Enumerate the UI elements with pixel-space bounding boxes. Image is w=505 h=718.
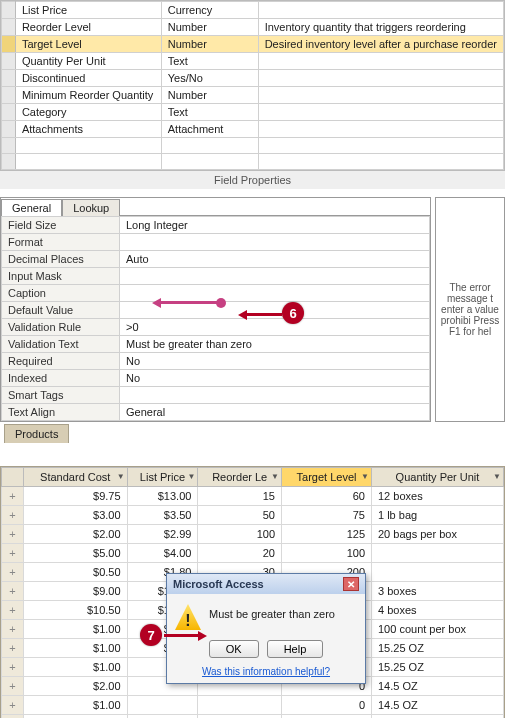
data-type-cell[interactable]: Number — [161, 36, 258, 53]
cell-list-price[interactable]: $3.50 — [127, 506, 198, 525]
data-type-cell[interactable]: Text — [161, 104, 258, 121]
cell-standard-cost[interactable]: $2.00 — [24, 525, 128, 544]
cell-qpu[interactable]: 100 count per box — [372, 620, 504, 639]
row-header[interactable]: + — [2, 487, 24, 506]
field-name-cell[interactable]: Reorder Level — [15, 19, 161, 36]
design-row[interactable]: Quantity Per UnitText — [2, 53, 504, 70]
close-icon[interactable]: ✕ — [343, 577, 359, 591]
cell-list-price[interactable]: $13.00 — [127, 487, 198, 506]
cell-standard-cost[interactable]: $1.00 — [24, 639, 128, 658]
table-row[interactable]: +$2.00$2.9910012520 bags per box — [2, 525, 504, 544]
table-row[interactable]: +$3.00$3.5050751 lb bag — [2, 506, 504, 525]
cell-target[interactable]: 100 — [282, 544, 372, 563]
cell-reorder[interactable] — [198, 715, 282, 719]
chevron-down-icon[interactable]: ▼ — [187, 472, 195, 481]
cell-standard-cost[interactable]: $3.00 — [24, 506, 128, 525]
row-selector[interactable] — [2, 53, 16, 70]
description-cell[interactable] — [258, 2, 503, 19]
cell-reorder[interactable] — [198, 696, 282, 715]
property-value[interactable]: No — [120, 370, 430, 387]
row-header[interactable]: + — [2, 677, 24, 696]
description-cell[interactable]: Inventory quantity that triggers reorder… — [258, 19, 503, 36]
cell-qpu[interactable]: 15.25 OZ — [372, 658, 504, 677]
field-name-cell[interactable]: Quantity Per Unit — [15, 53, 161, 70]
data-type-cell[interactable]: Number — [161, 87, 258, 104]
data-type-cell[interactable]: Number — [161, 19, 258, 36]
cell-qpu[interactable]: 1 lb bag — [372, 506, 504, 525]
design-row[interactable]: AttachmentsAttachment — [2, 121, 504, 138]
design-row[interactable]: Reorder LevelNumberInventory quantity th… — [2, 19, 504, 36]
design-row[interactable]: CategoryText — [2, 104, 504, 121]
description-cell[interactable] — [258, 121, 503, 138]
cell-target[interactable]: 125 — [282, 525, 372, 544]
table-row[interactable]: +$1.00014.5 OZ — [2, 696, 504, 715]
row-selector[interactable] — [2, 87, 16, 104]
row-selector[interactable] — [2, 2, 16, 19]
description-cell[interactable] — [258, 53, 503, 70]
help-button[interactable]: Help — [267, 640, 324, 658]
cell-target[interactable]: 75 — [282, 506, 372, 525]
datasheet-tab[interactable]: Products — [4, 424, 69, 443]
cell-list-price[interactable] — [127, 696, 198, 715]
cell-standard-cost[interactable]: $0.50 — [24, 563, 128, 582]
row-header[interactable]: + — [2, 601, 24, 620]
cell-standard-cost[interactable]: $1.00 — [24, 620, 128, 639]
design-row[interactable]: Target LevelNumberDesired inventory leve… — [2, 36, 504, 53]
tab-general[interactable]: General — [1, 199, 62, 216]
data-type-cell[interactable]: Yes/No — [161, 70, 258, 87]
cell-qpu[interactable]: 12 boxes — [372, 487, 504, 506]
property-value[interactable]: Long Integer — [120, 217, 430, 234]
row-header[interactable]: + — [2, 506, 24, 525]
property-value[interactable]: Must be greater than zero — [120, 336, 430, 353]
column-header[interactable]: Target Level▼ — [282, 468, 372, 487]
table-row[interactable]: +$9.75$13.00156012 boxes — [2, 487, 504, 506]
cell-qpu[interactable] — [372, 544, 504, 563]
row-selector[interactable] — [2, 104, 16, 121]
cell-qpu[interactable]: 4 boxes — [372, 601, 504, 620]
row-header[interactable]: + — [2, 639, 24, 658]
cell-list-price[interactable] — [127, 715, 198, 719]
chevron-down-icon[interactable]: ▼ — [271, 472, 279, 481]
field-name-cell[interactable]: Minimum Reorder Quantity — [15, 87, 161, 104]
field-name-cell[interactable]: Attachments — [15, 121, 161, 138]
cell-target[interactable]: 0 — [282, 696, 372, 715]
cell-qpu[interactable]: 14.5 OZ — [372, 696, 504, 715]
table-row[interactable]: +$1.00014.5 OZ — [2, 715, 504, 719]
cell-standard-cost[interactable]: $2.00 — [24, 677, 128, 696]
tab-lookup[interactable]: Lookup — [62, 199, 120, 216]
row-header[interactable]: + — [2, 525, 24, 544]
design-row[interactable]: DiscontinuedYes/No — [2, 70, 504, 87]
data-type-cell[interactable]: Currency — [161, 2, 258, 19]
cell-qpu[interactable]: 20 bags per box — [372, 525, 504, 544]
row-selector[interactable] — [2, 36, 16, 53]
data-type-cell[interactable]: Attachment — [161, 121, 258, 138]
cell-reorder[interactable]: 100 — [198, 525, 282, 544]
property-value[interactable]: General — [120, 404, 430, 421]
chevron-down-icon[interactable]: ▼ — [493, 472, 501, 481]
row-selector[interactable] — [2, 121, 16, 138]
cell-standard-cost[interactable]: $5.00 — [24, 544, 128, 563]
row-header[interactable]: + — [2, 715, 24, 719]
field-name-cell[interactable]: List Price — [15, 2, 161, 19]
cell-list-price[interactable]: $4.00 — [127, 544, 198, 563]
cell-standard-cost[interactable]: $1.00 — [24, 715, 128, 719]
description-cell[interactable] — [258, 87, 503, 104]
description-cell[interactable]: Desired inventory level after a purchase… — [258, 36, 503, 53]
column-header[interactable]: Quantity Per Unit▼ — [372, 468, 504, 487]
cell-standard-cost[interactable]: $10.50 — [24, 601, 128, 620]
row-header[interactable]: + — [2, 544, 24, 563]
ok-button[interactable]: OK — [209, 640, 259, 658]
field-name-cell[interactable]: Category — [15, 104, 161, 121]
property-value[interactable] — [120, 268, 430, 285]
cell-standard-cost[interactable]: $9.75 — [24, 487, 128, 506]
row-header[interactable]: + — [2, 620, 24, 639]
cell-qpu[interactable]: 14.5 OZ — [372, 677, 504, 696]
row-header[interactable]: + — [2, 658, 24, 677]
cell-target[interactable]: 60 — [282, 487, 372, 506]
column-header[interactable]: List Price▼ — [127, 468, 198, 487]
field-name-cell[interactable]: Discontinued — [15, 70, 161, 87]
description-cell[interactable] — [258, 104, 503, 121]
chevron-down-icon[interactable]: ▼ — [117, 472, 125, 481]
cell-reorder[interactable]: 50 — [198, 506, 282, 525]
property-value[interactable] — [120, 285, 430, 302]
